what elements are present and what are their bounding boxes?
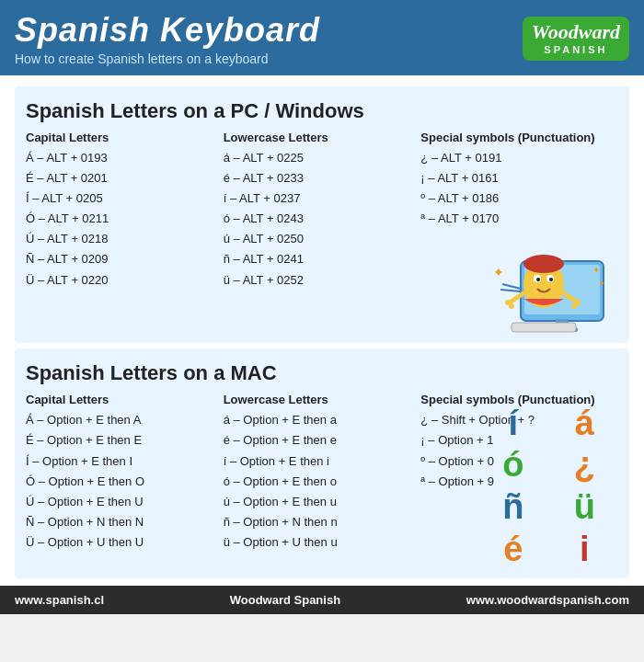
big-char: i bbox=[549, 529, 621, 571]
logo-sub: SPANISH bbox=[532, 44, 620, 55]
list-item: Ü – Option + U then U bbox=[26, 532, 224, 553]
list-item: ñ – ALT + 0241 bbox=[224, 249, 421, 269]
cartoon-area: ✦ ✦ ✦ bbox=[475, 211, 622, 339]
big-char: ¿ bbox=[549, 444, 621, 486]
logo-text: Woodward bbox=[532, 22, 620, 42]
footer-right: www.woodwardspanish.com bbox=[466, 593, 629, 607]
mac-lowercase-header: Lowercase Letters bbox=[224, 393, 421, 406]
list-item: ñ – Option + N then n bbox=[224, 512, 421, 532]
pc-capital-col: Capital Letters Á – ALT + 0193É – ALT + … bbox=[26, 131, 224, 330]
footer-center: Woodward Spanish bbox=[230, 593, 340, 607]
pc-section-title: Spanish Letters on a PC / Windows bbox=[26, 99, 618, 123]
mac-section-title: Spanish Letters on a MAC bbox=[26, 361, 618, 385]
svg-text:✦: ✦ bbox=[493, 265, 504, 280]
header: Spanish Keyboard How to create Spanish l… bbox=[0, 0, 644, 75]
list-item: ü – ALT + 0252 bbox=[224, 270, 421, 291]
list-item: Á – Option + E then A bbox=[26, 410, 224, 430]
list-item: ó – ALT + 0243 bbox=[224, 209, 421, 229]
svg-rect-4 bbox=[512, 323, 576, 332]
pc-lowercase-header: Lowercase Letters bbox=[224, 131, 421, 144]
list-item: Í – Option + E then I bbox=[26, 451, 224, 472]
mac-chars-area: íáó¿ñüéi bbox=[477, 403, 620, 571]
list-item: É – Option + E then E bbox=[26, 430, 224, 451]
pc-special-header: Special symbols (Punctuation) bbox=[420, 131, 618, 144]
pc-capital-header: Capital Letters bbox=[26, 131, 224, 144]
big-char: á bbox=[549, 403, 621, 445]
big-char: ó bbox=[477, 444, 549, 486]
pc-capital-items: Á – ALT + 0193É – ALT + 0201Í – ALT + 02… bbox=[26, 148, 224, 291]
pc-lowercase-col: Lowercase Letters á – ALT + 0225é – ALT … bbox=[224, 131, 421, 330]
big-char: é bbox=[477, 529, 549, 571]
page-subtitle: How to create Spanish letters on a keybo… bbox=[15, 51, 320, 66]
list-item: ü – Option + U then u bbox=[224, 532, 421, 553]
svg-point-14 bbox=[509, 303, 514, 309]
list-item: Ü – ALT + 0220 bbox=[26, 270, 224, 291]
mac-lowercase-items: á – Option + E then aé – Option + E then… bbox=[224, 410, 421, 553]
list-item: ¡ – ALT + 0161 bbox=[420, 168, 618, 188]
footer-left: www.spanish.cl bbox=[15, 593, 104, 607]
svg-point-9 bbox=[536, 278, 540, 281]
list-item: Ú – ALT + 0218 bbox=[26, 229, 224, 249]
page-title: Spanish Keyboard bbox=[15, 11, 320, 50]
list-item: Í – ALT + 0205 bbox=[26, 188, 224, 209]
list-item: ¿ – ALT + 0191 bbox=[420, 148, 618, 168]
svg-point-16 bbox=[571, 303, 577, 309]
big-char: ü bbox=[549, 486, 621, 529]
list-item: Á – ALT + 0193 bbox=[26, 148, 224, 168]
list-item: á – Option + E then a bbox=[224, 410, 421, 430]
svg-line-20 bbox=[502, 284, 521, 289]
cartoon-svg: ✦ ✦ ✦ bbox=[475, 211, 622, 339]
mac-section: Spanish Letters on a MAC Capital Letters… bbox=[15, 348, 629, 577]
svg-text:✦: ✦ bbox=[592, 265, 600, 275]
list-item: Ó – ALT + 0211 bbox=[26, 209, 224, 229]
big-char: í bbox=[477, 403, 549, 445]
svg-line-21 bbox=[500, 290, 521, 291]
content-area: Spanish Letters on a PC / Windows Capita… bbox=[0, 75, 644, 578]
pc-lowercase-items: á – ALT + 0225é – ALT + 0233í – ALT + 02… bbox=[224, 148, 421, 291]
list-item: ó – Option + E then o bbox=[224, 472, 421, 492]
mac-capital-col: Capital Letters Á – Option + E then AÉ –… bbox=[26, 393, 224, 565]
list-item: Ú – Option + E then U bbox=[26, 492, 224, 512]
mac-lowercase-col: Lowercase Letters á – Option + E then aé… bbox=[224, 393, 421, 565]
list-item: Ñ – ALT + 0209 bbox=[26, 249, 224, 269]
list-item: é – ALT + 0233 bbox=[224, 168, 421, 188]
logo-box: Woodward SPANISH bbox=[523, 17, 629, 61]
list-item: é – Option + E then e bbox=[224, 430, 421, 451]
main-container: Spanish Keyboard How to create Spanish l… bbox=[0, 0, 644, 614]
list-item: Ñ – Option + N then N bbox=[26, 512, 224, 532]
list-item: á – ALT + 0225 bbox=[224, 148, 421, 168]
list-item: Ó – Option + E then O bbox=[26, 472, 224, 492]
list-item: í – ALT + 0237 bbox=[224, 188, 421, 209]
list-item: º – ALT + 0186 bbox=[420, 188, 618, 209]
big-char: ñ bbox=[477, 486, 549, 529]
mac-chars-grid: íáó¿ñüéi bbox=[477, 403, 620, 571]
list-item: É – ALT + 0201 bbox=[26, 168, 224, 188]
svg-point-10 bbox=[549, 278, 553, 281]
header-left: Spanish Keyboard How to create Spanish l… bbox=[15, 11, 320, 66]
list-item: í – Option + E then i bbox=[224, 451, 421, 472]
list-item: ú – ALT + 0250 bbox=[224, 229, 421, 249]
footer: www.spanish.cl Woodward Spanish www.wood… bbox=[0, 586, 644, 614]
mac-capital-header: Capital Letters bbox=[26, 393, 224, 406]
mac-capital-items: Á – Option + E then AÉ – Option + E then… bbox=[26, 410, 224, 553]
pc-section: Spanish Letters on a PC / Windows Capita… bbox=[15, 86, 629, 343]
svg-text:✦: ✦ bbox=[599, 280, 605, 288]
list-item: ú – Option + E then u bbox=[224, 492, 421, 512]
svg-point-6 bbox=[523, 255, 564, 273]
